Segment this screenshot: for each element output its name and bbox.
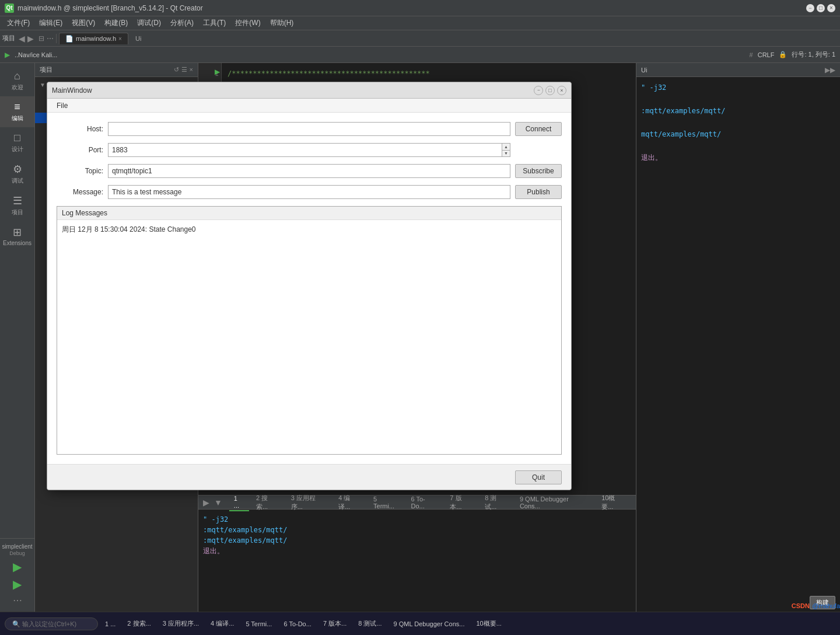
run-button[interactable]: ▶ bbox=[13, 560, 22, 574]
line-info: 行号: 1, 列号: 1 bbox=[792, 50, 835, 59]
panel-sync[interactable]: ↺ bbox=[174, 66, 179, 74]
csdn-label: CSDN bbox=[792, 602, 810, 609]
output-tab-1[interactable]: 1 ... bbox=[229, 494, 249, 511]
home-icon: ⌂ bbox=[14, 70, 20, 82]
topic-input[interactable] bbox=[108, 164, 510, 178]
sidebar-item-projects[interactable]: ☰ 项目 bbox=[0, 190, 34, 221]
log-box-content: 周日 12月 8 15:30:04 2024: State Change0 bbox=[57, 220, 561, 454]
taskbar-item-7[interactable]: 7 版本... bbox=[318, 617, 351, 630]
message-input[interactable] bbox=[108, 185, 510, 199]
output-line-3: :mqtt/examples/mqtt/ bbox=[203, 535, 631, 546]
output-line-1: " -j32 bbox=[203, 514, 631, 525]
message-label: Message: bbox=[57, 188, 103, 196]
project-debug-name: simpleclient bbox=[2, 543, 32, 550]
right-line-5: mqtt/examples/mqtt/ bbox=[641, 128, 835, 140]
port-label: Port: bbox=[57, 146, 103, 154]
file-tab[interactable]: 📄 mainwindow.h × bbox=[59, 33, 128, 44]
output-collapse-btn[interactable]: ▶ bbox=[203, 498, 209, 507]
tab-close-btn[interactable]: × bbox=[118, 36, 122, 42]
menu-build[interactable]: 构建(B) bbox=[100, 17, 132, 29]
right-line-2 bbox=[641, 93, 835, 105]
topic-row: Topic: Subscribe bbox=[57, 164, 562, 178]
lock-icon: 🔒 bbox=[779, 51, 787, 58]
dialog-maximize[interactable]: □ bbox=[545, 86, 555, 95]
sidebar-item-edit[interactable]: ≡ 编辑 bbox=[0, 96, 34, 127]
close-button[interactable]: × bbox=[827, 4, 835, 12]
right-line-6 bbox=[641, 140, 835, 152]
dialog-title: MainWindow bbox=[52, 86, 531, 95]
sidebar-item-extensions[interactable]: ⊞ Extensions bbox=[0, 221, 34, 251]
panel-filter[interactable]: ☰ bbox=[181, 66, 187, 74]
menu-view[interactable]: 视图(V) bbox=[67, 17, 100, 29]
panel-close[interactable]: × bbox=[190, 66, 193, 74]
taskbar-item-6[interactable]: 6 To-Do... bbox=[279, 618, 316, 630]
dialog-minimize[interactable]: － bbox=[534, 86, 543, 95]
sidebar-item-design[interactable]: □ 设计 bbox=[0, 127, 34, 158]
dialog-footer: Quit bbox=[47, 464, 571, 490]
more-button[interactable]: ⋯ bbox=[13, 595, 22, 606]
sidebar-label-extensions: Extensions bbox=[3, 240, 32, 246]
design-icon: □ bbox=[14, 132, 20, 144]
output-tab-5[interactable]: 5 Termi... bbox=[369, 494, 404, 511]
connect-button[interactable]: Connect bbox=[515, 122, 562, 136]
host-input[interactable] bbox=[108, 122, 510, 136]
taskbar-item-1[interactable]: 1 ... bbox=[100, 618, 120, 630]
output-expand-btn[interactable]: ▼ bbox=[214, 498, 222, 507]
nav-forward[interactable]: ▶ bbox=[27, 34, 34, 43]
marker-icon: ▶ bbox=[5, 51, 10, 59]
projects-icon: ☰ bbox=[13, 194, 22, 207]
quit-button[interactable]: Quit bbox=[515, 470, 562, 484]
menu-analyze[interactable]: 分析(A) bbox=[166, 17, 198, 29]
sidebar-item-welcome[interactable]: ⌂ 欢迎 bbox=[0, 65, 34, 96]
ui-tab[interactable]: Ui bbox=[130, 33, 147, 44]
options-btn[interactable]: ⋯ bbox=[47, 34, 54, 43]
output-tab-9[interactable]: 9 QML Debugger Cons... bbox=[515, 494, 594, 511]
taskbar-item-2[interactable]: 2 搜索... bbox=[123, 617, 155, 630]
menu-edit[interactable]: 编辑(E) bbox=[34, 17, 67, 29]
dialog-menu-file[interactable]: File bbox=[52, 100, 72, 111]
sidebar-item-debug[interactable]: ⚙ 调试 bbox=[0, 158, 34, 190]
port-input[interactable]: 1883 bbox=[108, 144, 502, 156]
dialog-close[interactable]: × bbox=[557, 86, 566, 95]
taskbar-item-5[interactable]: 5 Termi... bbox=[241, 618, 276, 630]
port-spinbox[interactable]: 1883 ▲ ▼ bbox=[108, 143, 510, 157]
spinbox-up[interactable]: ▲ bbox=[502, 144, 510, 150]
right-panel-collapse[interactable]: ▶▶ bbox=[825, 66, 835, 74]
file-icon: 📄 bbox=[65, 35, 74, 43]
maximize-button[interactable]: □ bbox=[817, 4, 825, 12]
sidebar-label-edit: 编辑 bbox=[12, 114, 23, 123]
project-debug-label: simpleclient Debug bbox=[2, 543, 32, 556]
taskbar-search[interactable] bbox=[5, 617, 98, 630]
spinbox-down[interactable]: ▼ bbox=[502, 151, 510, 157]
breadcrumb-text: ..Nav/ice Kali... bbox=[15, 51, 57, 58]
code-line-1: /***************************************… bbox=[228, 68, 631, 79]
menu-tools[interactable]: 工具(T) bbox=[198, 17, 230, 29]
log-entry-1: 周日 12月 8 15:30:04 2024: State Change0 bbox=[62, 225, 556, 235]
taskbar-item-8[interactable]: 8 测试... bbox=[354, 617, 386, 630]
run-debug-button[interactable]: ▶ bbox=[13, 577, 22, 591]
second-toolbar: ▶ ..Nav/ice Kali... # CRLF 🔒 行号: 1, 列号: … bbox=[0, 47, 840, 63]
right-panel-title: Ui bbox=[641, 67, 647, 74]
taskbar-item-4[interactable]: 4 编译... bbox=[206, 617, 239, 630]
sidebar-label-welcome: 欢迎 bbox=[12, 83, 23, 92]
menu-controls[interactable]: 控件(W) bbox=[230, 17, 265, 29]
taskbar-item-3[interactable]: 3 应用程序... bbox=[158, 617, 204, 630]
topic-label: Topic: bbox=[57, 167, 103, 175]
subscribe-button[interactable]: Subscribe bbox=[515, 164, 562, 178]
debug-icon: ⚙ bbox=[13, 163, 22, 176]
minimize-button[interactable]: － bbox=[806, 4, 814, 12]
publish-button[interactable]: Publish bbox=[515, 185, 562, 199]
current-line-arrow: ▶ bbox=[215, 68, 220, 76]
menu-file[interactable]: 文件(F) bbox=[2, 17, 34, 29]
menu-help[interactable]: 帮助(H) bbox=[265, 17, 299, 29]
nav-back[interactable]: ◀ bbox=[19, 34, 25, 43]
spinbox-arrows[interactable]: ▲ ▼ bbox=[502, 144, 510, 156]
app-icon: Qt bbox=[5, 4, 14, 13]
file-tab-label: mainwindow.h bbox=[76, 35, 116, 42]
split-btn[interactable]: ⊟ bbox=[38, 34, 44, 43]
sidebar-label-design: 设计 bbox=[12, 145, 23, 153]
taskbar-item-10[interactable]: 10概要... bbox=[471, 617, 506, 630]
menu-debug[interactable]: 调试(D) bbox=[132, 17, 166, 29]
taskbar-item-9[interactable]: 9 QML Debugger Cons... bbox=[389, 618, 470, 630]
output-tab-6[interactable]: 6 To-Do... bbox=[406, 494, 443, 511]
